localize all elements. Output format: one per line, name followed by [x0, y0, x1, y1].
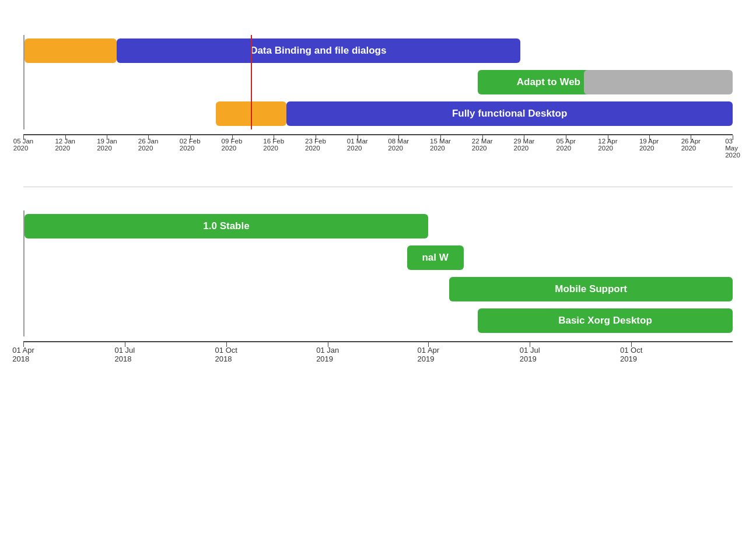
current-date-line	[251, 35, 252, 129]
fyne-plan-section: Data Binding and file dialogsAdapt to We…	[23, 35, 733, 163]
archive-bar-1: nal W	[407, 245, 464, 270]
archive-axis: 01 Apr201801 Jul201801 Oct201801 Jan2019…	[23, 341, 733, 373]
archive-tick-3: 01 Jan2019	[316, 346, 339, 363]
fyne-bar-0	[24, 38, 117, 63]
archive-section: 1.0 Stablenal WMobile SupportBasic Xorg …	[23, 210, 733, 373]
archive-tick-1: 01 Jul2018	[115, 346, 135, 363]
archive-tick-4: 01 Apr2019	[418, 346, 440, 363]
fyne-plan-gantt: Data Binding and file dialogsAdapt to We…	[23, 35, 733, 129]
fyne-bar-3	[584, 70, 733, 94]
archive-tick-2: 01 Oct2018	[215, 346, 237, 363]
archive-tick-0: 01 Apr2018	[12, 346, 34, 363]
fyne-bar-5: Fully functional Desktop	[286, 101, 733, 126]
fyne-bar-1: Data Binding and file dialogs	[117, 38, 520, 63]
fyne-tick-17: 03 May2020	[725, 138, 740, 159]
archive-bar-0: 1.0 Stable	[24, 214, 428, 238]
fyne-plan-axis: 05 Jan202012 Jan202019 Jan202026 Jan2020…	[23, 134, 733, 163]
archive-bar-2: Mobile Support	[449, 277, 733, 301]
section-divider	[23, 187, 733, 187]
archive-gantt: 1.0 Stablenal WMobile SupportBasic Xorg …	[23, 210, 733, 336]
archive-bar-3: Basic Xorg Desktop	[478, 308, 733, 333]
archive-tick-5: 01 Jul2019	[520, 346, 540, 363]
archive-tick-6: 01 Oct2019	[620, 346, 642, 363]
